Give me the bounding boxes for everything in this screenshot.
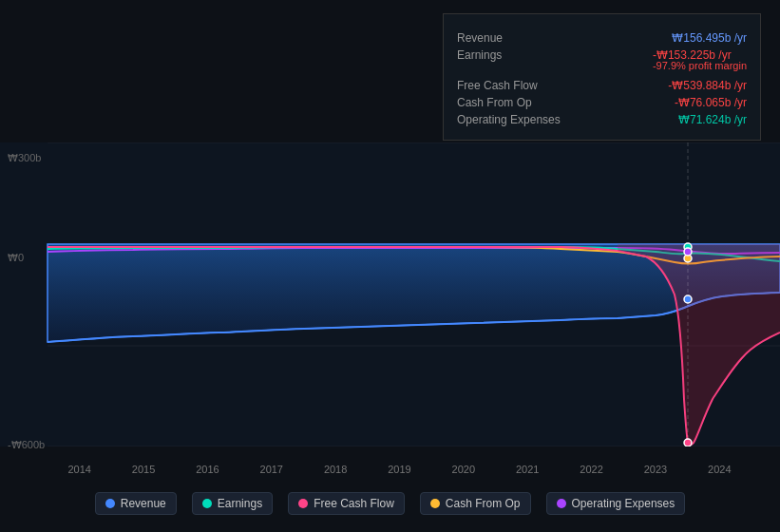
x-axis-label: 2019 xyxy=(388,464,410,475)
legend-item[interactable]: Revenue xyxy=(95,492,177,515)
x-axis-label: 2021 xyxy=(516,464,539,475)
tooltip-row: Earnings-₩153.225b /yr-97.9% profit marg… xyxy=(457,48,747,75)
legend-dot xyxy=(557,499,566,508)
x-axis-label: 2018 xyxy=(324,464,347,475)
x-axis-label: 2016 xyxy=(196,464,219,475)
tooltip-row-value: ₩156.495b /yr xyxy=(672,31,747,45)
tooltip: Revenue₩156.495b /yrEarnings-₩153.225b /… xyxy=(443,13,761,141)
tooltip-row: Cash From Op-₩76.065b /yr xyxy=(457,96,747,109)
svg-point-10 xyxy=(684,248,692,256)
svg-point-6 xyxy=(684,295,692,303)
tooltip-row: Operating Expenses₩71.624b /yr xyxy=(457,113,747,126)
legend-dot xyxy=(202,499,212,508)
legend-dot xyxy=(298,499,308,508)
tooltip-row-value: -₩539.884b /yr xyxy=(668,79,747,92)
x-axis-label: 2023 xyxy=(644,464,667,475)
tooltip-row-label: Operating Expenses xyxy=(457,113,561,126)
legend-label: Revenue xyxy=(121,497,166,510)
tooltip-row: Free Cash Flow-₩539.884b /yr xyxy=(457,79,747,92)
x-axis-label: 2014 xyxy=(67,464,90,475)
y-axis-label: ₩0 xyxy=(8,252,24,264)
tooltip-row-value: -₩76.065b /yr xyxy=(675,96,747,109)
y-axis-label: -₩600b xyxy=(8,439,45,451)
chart-container: Revenue₩156.495b /yrEarnings-₩153.225b /… xyxy=(0,0,780,532)
x-axis-label: 2017 xyxy=(260,464,283,475)
legend-item[interactable]: Free Cash Flow xyxy=(288,492,405,515)
svg-point-8 xyxy=(684,439,692,446)
x-axis-label: 2024 xyxy=(708,464,731,475)
tooltip-row: Revenue₩156.495b /yr xyxy=(457,31,747,45)
tooltip-row-label: Cash From Op xyxy=(457,96,532,109)
tooltip-row-label: Free Cash Flow xyxy=(457,79,538,92)
legend: RevenueEarningsFree Cash FlowCash From O… xyxy=(0,492,780,515)
legend-dot xyxy=(430,499,440,508)
chart-svg xyxy=(0,142,780,446)
legend-item[interactable]: Earnings xyxy=(192,492,273,515)
tooltip-row-label: Earnings xyxy=(457,48,502,75)
x-axis-label: 2020 xyxy=(452,464,475,475)
legend-item[interactable]: Cash From Op xyxy=(420,492,531,515)
y-axis-label: ₩300b xyxy=(8,152,41,164)
x-axis-label: 2015 xyxy=(132,464,155,475)
legend-item[interactable]: Operating Expenses xyxy=(546,492,686,515)
tooltip-row-value: ₩71.624b /yr xyxy=(678,113,747,126)
legend-label: Free Cash Flow xyxy=(314,497,394,510)
tooltip-row-label: Revenue xyxy=(457,31,503,45)
tooltip-row-sub: -97.9% profit margin xyxy=(653,60,747,71)
legend-label: Operating Expenses xyxy=(572,497,675,510)
legend-label: Cash From Op xyxy=(446,497,521,510)
legend-dot xyxy=(105,499,115,508)
x-axis-label: 2022 xyxy=(580,464,602,475)
legend-label: Earnings xyxy=(218,497,262,510)
x-axis: 2014201520162017201820192020202120222023… xyxy=(0,464,780,475)
